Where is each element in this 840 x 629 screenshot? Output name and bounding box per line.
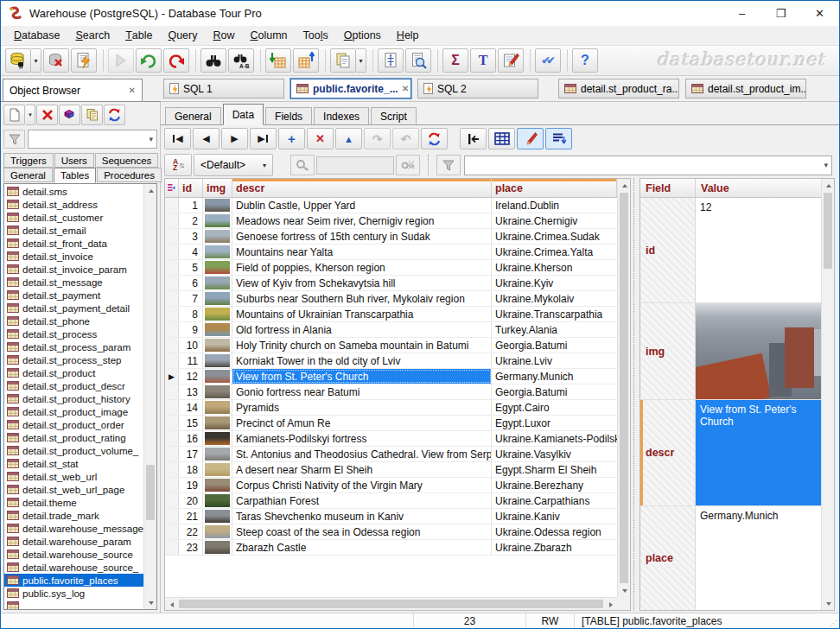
table-list-item[interactable]: detail.st_product_image [4,405,143,418]
view-tab[interactable]: Script [371,107,417,124]
inspector-row[interactable]: img [640,303,821,400]
resize-grip[interactable]: ⋰ [827,613,839,628]
cell-place[interactable]: Ukraine.Crimea.Sudak [492,229,617,244]
help-button[interactable]: ? [572,48,598,73]
next-record-button[interactable]: ▶ [221,128,248,149]
cell-place[interactable]: Germany.Munich [492,369,617,384]
inspector-field-name[interactable]: id [640,198,696,302]
locate-button[interactable] [290,155,315,175]
sort-az-button[interactable]: AZ ↑↓ [164,154,192,176]
scrollbar-thumb[interactable] [824,193,832,269]
find-button[interactable] [200,48,226,73]
document-tab[interactable]: SQL 2 ✕ [417,79,538,98]
menu-item[interactable]: Options [336,26,389,45]
table-row[interactable]: ▶ 14 Pyramids Egypt.Cairo [165,400,617,416]
cell-id[interactable]: 19 [179,478,203,492]
table-row[interactable]: ▶ 16 Kamianets-Podilskyi fortress Ukrain… [165,431,617,447]
column-header-img[interactable]: img [203,179,232,197]
filter-button[interactable] [436,155,461,175]
cell-id[interactable]: 10 [179,338,203,353]
copy-dropdown-caret[interactable]: ▾ [356,48,366,73]
document-tab[interactable]: public.favorite_... ✕ [290,79,411,98]
cell-img[interactable] [203,307,232,321]
grid-vertical-scrollbar[interactable] [617,179,630,597]
cell-place[interactable]: Ukraine.Berezhany [492,478,617,492]
inspector-field-value[interactable]: View from St. Peter's Church [696,400,821,505]
cell-descr[interactable]: Holy Trinity church on Sameba mountain i… [232,338,492,353]
cell-descr[interactable]: Dublin Castle, Upper Yard [232,198,492,213]
table-row[interactable]: ▶ 15 Precinct of Amun Re Egypt.Luxor [165,416,617,431]
cell-img[interactable] [203,369,232,384]
execute-script-button[interactable] [71,48,97,73]
table-list-item[interactable]: detail.st_invoice [4,250,143,263]
scroll-up-arrow[interactable] [144,184,157,197]
cell-place[interactable]: Georgia.Batumi [492,338,617,353]
connect-dropdown-caret[interactable]: ▾ [31,48,41,73]
undo-button[interactable] [163,48,189,73]
cell-img[interactable] [203,229,232,244]
table-list-item[interactable]: detail.st_customer [4,211,143,224]
table-list-item[interactable]: detail.st_payment [4,289,143,302]
refresh-data-button[interactable] [421,128,448,149]
table-row[interactable]: ▶ 22 Steep coast of the sea in Odessa re… [165,524,617,540]
scroll-down-arrow[interactable] [144,596,157,609]
chevron-down-icon[interactable]: ▾ [824,161,828,169]
cell-place[interactable]: Ukraine.Chernigiv [492,213,617,228]
refresh-objects-button[interactable] [104,105,125,125]
table-row[interactable]: ▶ 4 Mountains near Yalta Ukraine.Crimea.… [165,245,617,260]
locate-value-input[interactable] [316,156,394,175]
view-tab[interactable]: General [165,107,221,124]
table-list-item[interactable]: detail.trade_mark [4,509,143,522]
inspector-row[interactable]: id 12 [640,198,821,303]
table-row[interactable]: ▶ 12 View from St. Peter's Church German… [165,369,617,384]
table-list-item[interactable]: detail.st_product_order [4,418,143,431]
cell-descr[interactable]: View of Kyiv from Schekavytsia hill [232,276,492,290]
first-record-button[interactable]: ◀ [164,128,191,149]
table-list-item[interactable]: detail.st_process [4,327,143,340]
inspector-row[interactable]: descr View from St. Peter's Church [640,400,821,506]
cell-place[interactable]: Ukraine.Zbarazh [492,540,617,555]
table-list-item[interactable]: detail.warehouse_source_ [4,561,143,574]
inspector-field-value[interactable]: 12 [696,198,821,302]
sort-order-dropdown[interactable]: <Default> ▾ [194,154,273,176]
cell-img[interactable] [203,431,232,446]
table-list-item[interactable]: detail.st_front_data [4,237,143,250]
cell-descr[interactable]: Genoese fortress of 15th century in Suda… [232,229,492,244]
blob-editor-toggle-button[interactable] [517,128,544,149]
cell-img[interactable] [203,198,232,213]
table-list-item[interactable]: detail.st_email [4,224,143,237]
cell-descr[interactable]: Precinct of Amun Re [232,416,492,430]
cell-place[interactable]: Ukraine.Transcarpathia [492,307,617,321]
filter-combobox[interactable]: ▾ [464,156,832,175]
cell-descr[interactable]: Pyramids [232,400,492,415]
table-list-item[interactable]: detail.theme [4,496,143,509]
prior-record-button[interactable]: ◀ [193,128,220,149]
menu-item[interactable]: Database [6,26,68,45]
minimize-button[interactable]: – [722,1,761,26]
inspector-value-column-header[interactable]: Value [696,179,821,197]
cell-descr[interactable]: Old fortress in Alania [232,322,492,337]
cell-img[interactable] [203,416,232,430]
cell-descr[interactable]: St. Antonius and Theodosius Cathedral. V… [232,447,492,461]
cell-descr[interactable]: A desert near Sharm El Sheih [232,462,492,477]
calculate-sum-button[interactable]: Σ [442,48,468,73]
category-tab[interactable]: Sequences [95,153,159,168]
scroll-up-arrow[interactable] [822,179,835,192]
scrollbar-thumb[interactable] [146,465,155,520]
redo-button[interactable] [136,48,162,73]
edit-blob-button[interactable] [498,48,524,73]
cell-img[interactable] [203,213,232,228]
table-row[interactable]: ▶ 18 A desert near Sharm El Sheih Egypt.… [165,462,617,478]
scroll-down-arrow[interactable] [822,597,835,610]
inspector-field-name[interactable]: descr [640,400,696,505]
table-list-item[interactable]: public.sys_log [4,587,143,600]
cell-id[interactable]: 6 [179,276,203,290]
copy-object-button[interactable] [81,105,103,125]
run-query-button[interactable] [108,48,134,73]
insert-record-button[interactable]: + [278,128,305,149]
object-browser-close-icon[interactable]: ✕ [129,86,136,95]
cell-descr[interactable]: View from St. Peter's Church [232,369,492,384]
table-row[interactable]: ▶ 2 Meadows near Seim river, Chernigiv r… [165,213,617,229]
cell-id[interactable]: 18 [179,462,203,477]
cell-id[interactable]: 3 [179,229,203,244]
